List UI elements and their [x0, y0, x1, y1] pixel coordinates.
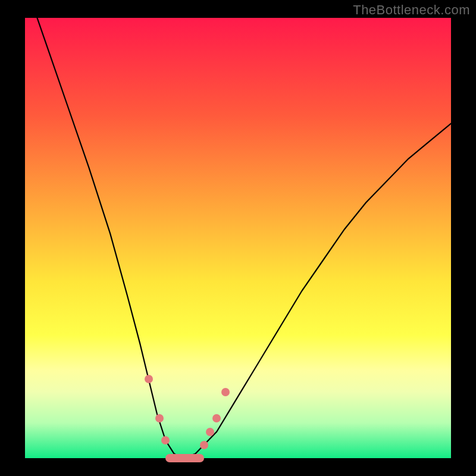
watermark-text: TheBottleneck.com — [353, 2, 470, 18]
chart-container: TheBottleneck.com — [0, 0, 476, 476]
bottleneck-curve — [25, 18, 451, 458]
curve-svg — [25, 18, 451, 458]
marker-point — [206, 428, 214, 436]
marker-point — [145, 375, 153, 383]
marker-point — [200, 441, 208, 449]
marker-point — [161, 436, 170, 444]
marker-flat-segment — [165, 454, 203, 462]
plot-area — [25, 18, 451, 458]
marker-point — [212, 414, 221, 422]
marker-point — [221, 388, 230, 396]
marker-point — [155, 414, 164, 422]
